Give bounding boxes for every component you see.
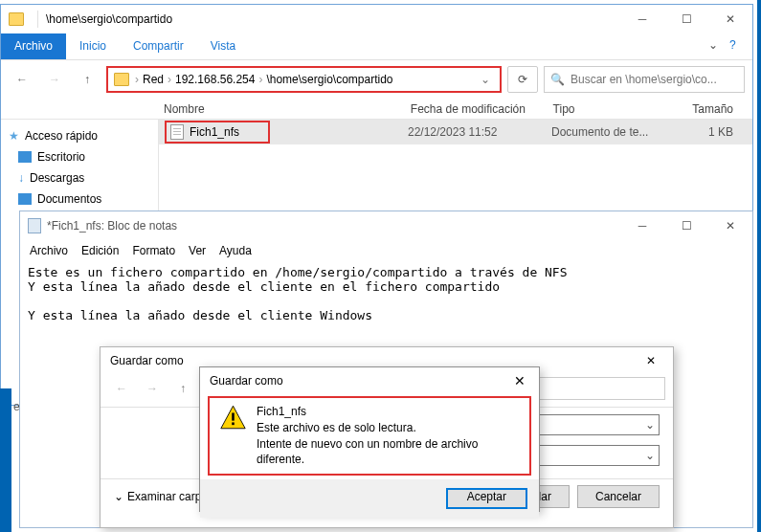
refresh-button[interactable]: ⟳	[507, 66, 538, 93]
chevron-down-icon[interactable]: ⌄	[645, 449, 655, 462]
message-text: Fich1_nfs Este archivo es de solo lectur…	[257, 404, 520, 468]
file-type: Documento de te...	[551, 125, 666, 139]
close-button[interactable]: ✕	[708, 5, 752, 33]
file-date: 22/12/2023 11:52	[408, 125, 551, 139]
minimize-button[interactable]: ─	[620, 211, 664, 240]
back-button[interactable]: ←	[108, 375, 135, 402]
tab-share[interactable]: Compartir	[120, 33, 197, 59]
svg-rect-2	[232, 422, 235, 425]
chevron-down-icon[interactable]: ⌄	[475, 73, 496, 86]
chevron-down-icon[interactable]: ⌄	[708, 38, 726, 55]
address-bar[interactable]: › Red › 192.168.56.254 › \home\sergio\co…	[106, 66, 502, 93]
help-icon[interactable]: ?	[729, 38, 747, 55]
file-name: Fich1_nfs	[190, 125, 239, 139]
navigation-row: ← → ↑ › Red › 192.168.56.254 › \home\ser…	[1, 60, 752, 99]
sidebar-item-downloads[interactable]: ↓ Descargas	[5, 167, 154, 188]
sidebar-item-label: Acceso rápido	[25, 129, 98, 143]
up-button[interactable]: ↑	[74, 66, 101, 93]
chevron-down-icon[interactable]: ⌄	[645, 418, 655, 432]
sidebar-item-label: Documentos	[37, 192, 101, 206]
tab-view[interactable]: Vista	[197, 33, 249, 59]
message-line: Intente de nuevo con un nombre de archiv…	[257, 436, 520, 469]
maximize-button[interactable]: ☐	[664, 5, 708, 33]
breadcrumb[interactable]: Red	[143, 73, 164, 86]
col-size[interactable]: Tamaño	[667, 102, 752, 116]
tab-file[interactable]: Archivo	[1, 33, 66, 59]
column-headers: Nombre Fecha de modificación Tipo Tamaño	[1, 99, 752, 120]
notepad-menu: Archivo Edición Formato Ver Ayuda	[20, 240, 752, 261]
ok-button[interactable]: Aceptar	[446, 488, 527, 509]
breadcrumb[interactable]: \home\sergio\compartido	[266, 73, 392, 86]
dialog-title: Guardar como	[110, 354, 184, 367]
message-line: Este archivo es de solo lectura.	[257, 420, 520, 436]
notepad-titlebar: *Fich1_nfs: Bloc de notas ─ ☐ ✕	[20, 211, 752, 240]
sidebar-item-label: Descargas	[30, 171, 84, 185]
tab-home[interactable]: Inicio	[66, 33, 120, 59]
menu-archivo[interactable]: Archivo	[30, 244, 68, 257]
download-icon: ↓	[18, 171, 24, 185]
sidebar-item-desktop[interactable]: Escritorio	[5, 146, 154, 167]
explorer-titlebar: \home\sergio\compartido ─ ☐ ✕	[1, 5, 752, 33]
close-button[interactable]: ✕	[629, 347, 673, 374]
network-folder-icon	[114, 73, 129, 86]
notepad-icon	[28, 218, 41, 233]
menu-edicion[interactable]: Edición	[81, 244, 119, 257]
dialog-title: Guardar como	[210, 374, 283, 388]
search-input[interactable]	[571, 73, 738, 86]
forward-button[interactable]: →	[139, 375, 166, 402]
file-size: 1 KB	[666, 125, 752, 139]
dialog-titlebar: Guardar como ✕	[200, 367, 539, 394]
close-button[interactable]: ✕	[501, 367, 539, 394]
menu-ver[interactable]: Ver	[189, 244, 206, 257]
maximize-button[interactable]: ☐	[664, 211, 708, 240]
cancel-button[interactable]: Cancelar	[577, 485, 660, 508]
col-type[interactable]: Tipo	[553, 102, 667, 116]
search-box[interactable]: 🔍	[544, 66, 745, 93]
desktop-background	[0, 388, 11, 532]
col-name[interactable]: Nombre	[164, 102, 411, 116]
warning-icon	[219, 404, 247, 431]
sidebar-item-label: Escritorio	[37, 150, 85, 164]
up-button[interactable]: ↑	[169, 375, 196, 402]
folder-icon	[9, 12, 24, 26]
svg-rect-1	[232, 412, 235, 420]
star-icon: ★	[9, 129, 19, 143]
forward-button[interactable]: →	[41, 66, 68, 93]
close-button[interactable]: ✕	[708, 211, 752, 240]
documents-icon	[18, 193, 32, 205]
text-file-icon	[170, 124, 184, 140]
minimize-button[interactable]: ─	[620, 5, 664, 33]
file-row[interactable]: Fich1_nfs 22/12/2023 11:52 Documento de …	[159, 120, 752, 144]
sidebar-item-documents[interactable]: Documentos	[5, 188, 154, 210]
message-box: Guardar como ✕ Fich1_nfs Este archivo es…	[199, 366, 540, 512]
notepad-content[interactable]: Este es un fichero compartido en /home/s…	[20, 261, 752, 326]
back-button[interactable]: ←	[9, 66, 35, 93]
ribbon: Archivo Inicio Compartir Vista ⌄ ?	[1, 33, 752, 60]
search-icon: 🔍	[550, 73, 565, 86]
desktop-icon	[18, 151, 32, 163]
message-filename: Fich1_nfs	[257, 404, 520, 420]
chevron-down-icon: ⌄	[114, 490, 123, 503]
window-title: \home\sergio\compartido	[46, 12, 620, 26]
menu-formato[interactable]: Formato	[132, 244, 175, 257]
breadcrumb[interactable]: 192.168.56.254	[175, 73, 255, 86]
window-title: *Fich1_nfs: Bloc de notas	[47, 219, 620, 233]
sidebar-item-quick-access[interactable]: ★ Acceso rápido	[5, 125, 154, 146]
menu-ayuda[interactable]: Ayuda	[219, 244, 252, 257]
col-date[interactable]: Fecha de modificación	[411, 102, 553, 116]
